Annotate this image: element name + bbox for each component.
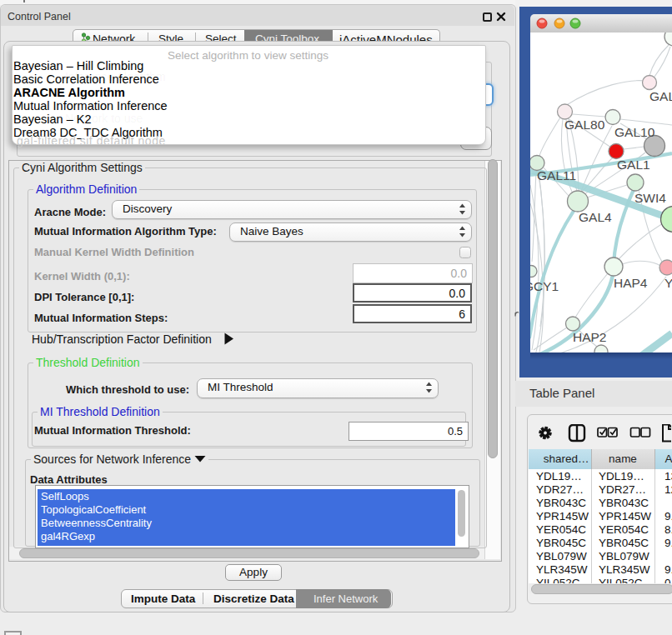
svg-text:GAL4: GAL4	[579, 210, 612, 224]
svg-text:GAL7: GAL7	[649, 89, 672, 103]
svg-text:Y: Y	[664, 276, 672, 290]
svg-text:GAL80: GAL80	[564, 118, 605, 132]
svg-text:HAP2: HAP2	[573, 330, 607, 344]
svg-text:GCY1: GCY1	[530, 279, 559, 293]
svg-text:GAL11: GAL11	[537, 168, 576, 182]
svg-text:HAP4: HAP4	[614, 276, 648, 290]
svg-text:GAL1: GAL1	[617, 158, 650, 172]
svg-text:GAL10: GAL10	[614, 125, 655, 139]
svg-text:SWI4: SWI4	[634, 191, 666, 205]
